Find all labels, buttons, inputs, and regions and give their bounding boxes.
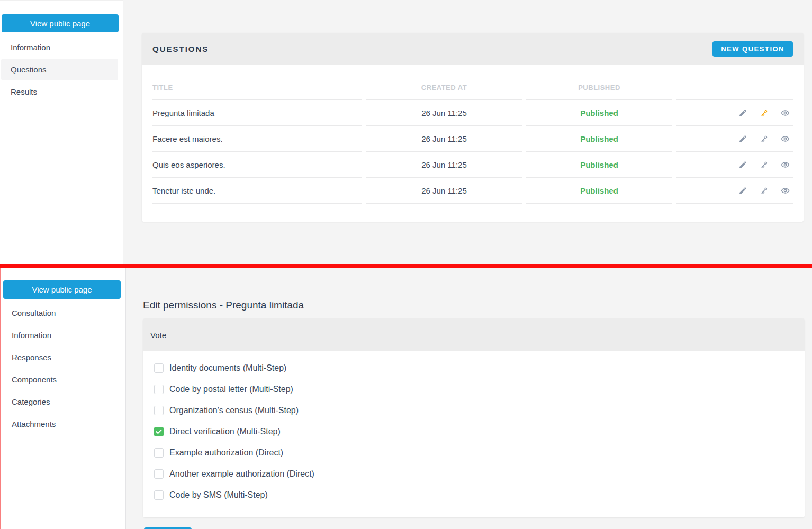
permission-option[interactable]: Example authorization (Direct) bbox=[154, 442, 794, 463]
panel-title: QUESTIONS bbox=[152, 44, 209, 53]
vote-permissions-panel: Vote Identity documents (Multi-Step) Cod… bbox=[143, 318, 805, 517]
checkbox[interactable] bbox=[154, 448, 164, 458]
question-title[interactable]: Tenetur iste unde. bbox=[152, 178, 362, 204]
question-row: Facere est maiores. 26 Jun 11:25 Publish… bbox=[152, 126, 793, 152]
vote-panel-header: Vote bbox=[143, 318, 805, 351]
edit-pencil-icon[interactable] bbox=[738, 186, 747, 195]
top-sidebar-nav: Information Questions Results bbox=[0, 37, 123, 103]
sidebar-item[interactable]: Results bbox=[1, 81, 118, 103]
sidebar-item[interactable]: Responses bbox=[2, 346, 121, 368]
permission-option-label: Code by SMS (Multi-Step) bbox=[169, 490, 268, 500]
column-actions bbox=[676, 65, 793, 100]
question-actions bbox=[676, 100, 793, 126]
question-actions bbox=[676, 152, 793, 178]
top-sidebar: View public page Information Questions R… bbox=[0, 0, 123, 264]
edit-pencil-icon[interactable] bbox=[738, 108, 747, 117]
questions-panel-body: TITLE CREATED AT PUBLISHED Pregunta limi… bbox=[142, 65, 804, 222]
questions-panel: QUESTIONS NEW QUESTION TITLE CREATED AT … bbox=[142, 33, 804, 222]
permissions-key-icon[interactable] bbox=[760, 160, 769, 169]
questions-screen: View public page Information Questions R… bbox=[0, 0, 812, 264]
question-title[interactable]: Facere est maiores. bbox=[152, 126, 362, 152]
question-row: Tenetur iste unde. 26 Jun 11:25 Publishe… bbox=[152, 178, 793, 204]
permissions-key-icon[interactable] bbox=[760, 186, 769, 195]
permission-option[interactable]: Code by SMS (Multi-Step) bbox=[154, 485, 794, 506]
vote-panel-body: Identity documents (Multi-Step) Code by … bbox=[143, 351, 805, 517]
questions-panel-header: QUESTIONS NEW QUESTION bbox=[142, 33, 804, 65]
question-row: Pregunta limitada 26 Jun 11:25 Published bbox=[152, 100, 793, 126]
preview-eye-icon[interactable] bbox=[781, 108, 790, 117]
question-title[interactable]: Quis eos asperiores. bbox=[152, 152, 362, 178]
sidebar-item[interactable]: Categories bbox=[2, 391, 121, 413]
checkbox[interactable] bbox=[154, 469, 164, 479]
column-published: PUBLISHED bbox=[526, 65, 672, 100]
sidebar-item[interactable]: Questions bbox=[1, 59, 118, 80]
permission-option-label: Direct verification (Multi-Step) bbox=[169, 427, 281, 436]
question-status-badge: Published bbox=[526, 178, 672, 204]
question-created-at: 26 Jun 11:25 bbox=[366, 178, 522, 204]
view-public-page-button[interactable]: View public page bbox=[2, 14, 119, 32]
edit-pencil-icon[interactable] bbox=[738, 134, 747, 143]
check-icon bbox=[156, 429, 162, 434]
permission-option-label: Organization's census (Multi-Step) bbox=[169, 406, 299, 415]
checkbox[interactable] bbox=[154, 427, 164, 436]
checkbox[interactable] bbox=[154, 406, 164, 415]
bottom-sidebar: View public page Consultation Informatio… bbox=[0, 268, 126, 529]
preview-eye-icon[interactable] bbox=[781, 186, 790, 195]
permission-option-label: Example authorization (Direct) bbox=[169, 448, 283, 458]
permissions-key-icon[interactable] bbox=[760, 134, 769, 143]
bottom-sidebar-nav: Consultation Information Responses Compo… bbox=[1, 302, 125, 435]
question-status-badge: Published bbox=[526, 100, 672, 126]
view-public-page-button[interactable]: View public page bbox=[3, 280, 121, 299]
permission-option-label: Another example authorization (Direct) bbox=[169, 469, 314, 479]
new-question-button[interactable]: NEW QUESTION bbox=[712, 41, 793, 57]
question-created-at: 26 Jun 11:25 bbox=[366, 100, 522, 126]
question-title[interactable]: Pregunta limitada bbox=[152, 100, 362, 126]
permission-option[interactable]: Another example authorization (Direct) bbox=[154, 463, 794, 485]
table-header-row: TITLE CREATED AT PUBLISHED bbox=[152, 65, 793, 100]
question-created-at: 26 Jun 11:25 bbox=[366, 152, 522, 178]
questions-table: TITLE CREATED AT PUBLISHED Pregunta limi… bbox=[148, 65, 797, 204]
edit-pencil-icon[interactable] bbox=[738, 160, 747, 169]
sidebar-item[interactable]: Components bbox=[2, 369, 121, 390]
preview-eye-icon[interactable] bbox=[781, 160, 790, 169]
permission-option-label: Code by postal letter (Multi-Step) bbox=[169, 385, 293, 394]
page-title: Edit permissions - Pregunta limitada bbox=[143, 299, 304, 311]
question-created-at: 26 Jun 11:25 bbox=[366, 126, 522, 152]
sidebar-item[interactable]: Information bbox=[1, 37, 118, 58]
sidebar-item[interactable]: Information bbox=[2, 324, 121, 346]
sidebar-item[interactable]: Attachments bbox=[2, 413, 121, 435]
checkbox[interactable] bbox=[154, 385, 164, 394]
permission-option[interactable]: Organization's census (Multi-Step) bbox=[154, 400, 794, 421]
question-actions bbox=[676, 178, 793, 204]
permission-option-label: Identity documents (Multi-Step) bbox=[169, 363, 286, 373]
edit-permissions-screen: View public page Consultation Informatio… bbox=[0, 268, 812, 529]
checkbox[interactable] bbox=[154, 363, 164, 373]
permission-option[interactable]: Code by postal letter (Multi-Step) bbox=[154, 379, 794, 400]
question-actions bbox=[676, 126, 793, 152]
permission-option[interactable]: Identity documents (Multi-Step) bbox=[154, 358, 794, 379]
question-status-badge: Published bbox=[526, 126, 672, 152]
column-created-at: CREATED AT bbox=[366, 65, 522, 100]
permissions-key-icon[interactable] bbox=[760, 108, 769, 117]
question-row: Quis eos asperiores. 26 Jun 11:25 Publis… bbox=[152, 152, 793, 178]
vote-panel-title: Vote bbox=[150, 331, 166, 340]
question-status-badge: Published bbox=[526, 152, 672, 178]
permission-option[interactable]: Direct verification (Multi-Step) bbox=[154, 421, 794, 442]
red-divider-line bbox=[0, 264, 812, 268]
sidebar-item[interactable]: Consultation bbox=[2, 302, 121, 324]
checkbox[interactable] bbox=[154, 490, 164, 500]
column-title: TITLE bbox=[152, 65, 362, 100]
preview-eye-icon[interactable] bbox=[781, 134, 790, 143]
